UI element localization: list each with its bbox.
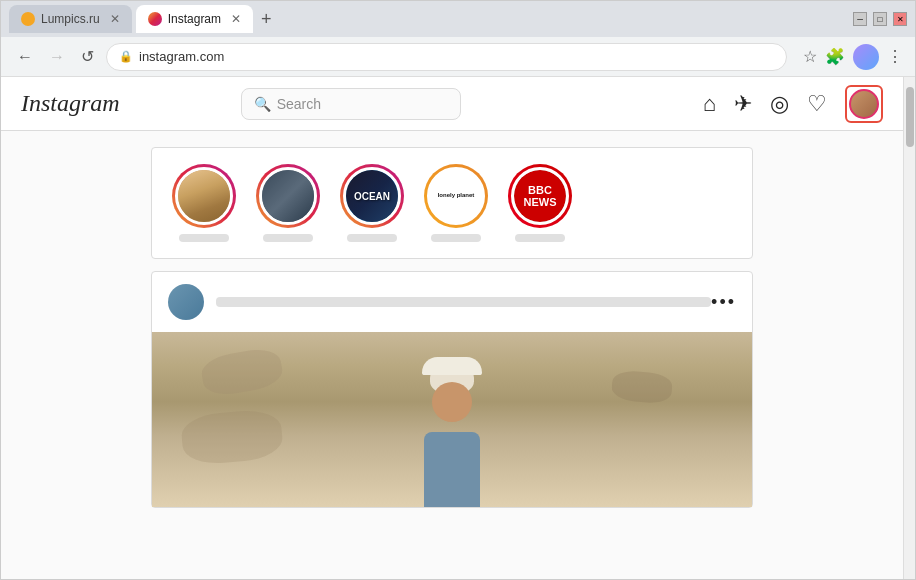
heart-icon[interactable]: ♡ (807, 91, 827, 117)
star-icon[interactable]: ☆ (803, 47, 817, 66)
story-ring-1[interactable] (172, 164, 236, 228)
search-input[interactable]: 🔍 Search (241, 88, 461, 120)
browser-window: Lumpics.ru ✕ Instagram ✕ + ─ □ ✕ ← → ↺ 🔒… (0, 0, 916, 580)
tab-lumpics[interactable]: Lumpics.ru ✕ (9, 5, 132, 33)
story-item-3[interactable]: OCEAN (340, 164, 404, 242)
story-item-1[interactable] (172, 164, 236, 242)
tab-close-instagram[interactable]: ✕ (231, 12, 241, 26)
rock-1 (199, 345, 285, 398)
compass-icon[interactable]: ◎ (770, 91, 789, 117)
head (432, 382, 472, 422)
lock-icon: 🔒 (119, 50, 133, 63)
reload-button[interactable]: ↺ (77, 43, 98, 70)
tab-label-lumpics: Lumpics.ru (41, 12, 100, 26)
search-placeholder: Search (277, 96, 321, 112)
ig-search-container: 🔍 Search (241, 88, 461, 120)
tab-favicon-instagram (148, 12, 162, 26)
story-ring-3[interactable]: OCEAN (340, 164, 404, 228)
url-text: instagram.com (139, 49, 774, 64)
post-header: ••• (152, 272, 752, 332)
story-item-4[interactable]: lonely planet (424, 164, 488, 242)
story-label-5 (515, 234, 565, 242)
story-label-2 (263, 234, 313, 242)
search-icon: 🔍 (254, 96, 271, 112)
bbc-logo: BBCNEWS (514, 170, 566, 222)
ocean-text: OCEAN (354, 191, 390, 202)
send-icon[interactable]: ✈ (734, 91, 752, 117)
rock-2 (611, 369, 673, 404)
url-bar[interactable]: 🔒 instagram.com (106, 43, 787, 71)
ig-nav: Instagram 🔍 Search ⌂ ✈ ◎ ♡ (1, 77, 903, 131)
ig-nav-icons: ⌂ ✈ ◎ ♡ (703, 85, 883, 123)
story-label-4 (431, 234, 481, 242)
body (424, 432, 480, 507)
story-ring-5[interactable]: BBCNEWS (508, 164, 572, 228)
window-controls: ─ □ ✕ (853, 12, 907, 26)
tab-label-instagram: Instagram (168, 12, 221, 26)
maximize-button[interactable]: □ (873, 12, 887, 26)
hat (422, 357, 482, 375)
story-ring-2[interactable] (256, 164, 320, 228)
forward-button[interactable]: → (45, 44, 69, 70)
tab-favicon-lumpics (21, 12, 35, 26)
story-image-5: BBCNEWS (511, 167, 569, 225)
chrome-user-avatar[interactable] (853, 44, 879, 70)
instagram-logo: Instagram (21, 90, 120, 117)
story-label-1 (179, 234, 229, 242)
story-item-2[interactable] (256, 164, 320, 242)
post-more-button[interactable]: ••• (711, 292, 736, 313)
story-image-4: lonely planet (427, 167, 485, 225)
post-username (216, 297, 711, 307)
menu-icon[interactable]: ⋮ (887, 47, 903, 66)
story-image-1 (175, 167, 233, 225)
post-image (152, 332, 752, 507)
close-button[interactable]: ✕ (893, 12, 907, 26)
title-bar: Lumpics.ru ✕ Instagram ✕ + ─ □ ✕ (1, 1, 915, 37)
bbc-text: BBCNEWS (524, 184, 557, 208)
home-icon[interactable]: ⌂ (703, 91, 716, 117)
scrollbar-thumb[interactable] (906, 87, 914, 147)
address-icons: ☆ 🧩 ⋮ (803, 44, 903, 70)
tab-close-lumpics[interactable]: ✕ (110, 12, 120, 26)
story-image-3: OCEAN (343, 167, 401, 225)
back-button[interactable]: ← (13, 44, 37, 70)
tab-instagram[interactable]: Instagram ✕ (136, 5, 253, 33)
story-ring-4[interactable]: lonely planet (424, 164, 488, 228)
new-tab-button[interactable]: + (261, 9, 272, 30)
ig-content: Instagram 🔍 Search ⌂ ✈ ◎ ♡ (1, 77, 903, 579)
post-avatar (168, 284, 204, 320)
scrollbar[interactable] (903, 77, 915, 579)
extension-icon[interactable]: 🧩 (825, 47, 845, 66)
story-item-5[interactable]: BBCNEWS (508, 164, 572, 242)
post-person (412, 357, 492, 507)
profile-avatar[interactable] (849, 89, 879, 119)
story-label-3 (347, 234, 397, 242)
rock-3 (180, 408, 284, 467)
page-content: Instagram 🔍 Search ⌂ ✈ ◎ ♡ (1, 77, 915, 579)
profile-avatar-highlight[interactable] (845, 85, 883, 123)
stories-section: OCEAN lonely planet (151, 147, 753, 259)
minimize-button[interactable]: ─ (853, 12, 867, 26)
ig-post: ••• (151, 271, 753, 508)
story-image-2 (259, 167, 317, 225)
address-bar: ← → ↺ 🔒 instagram.com ☆ 🧩 ⋮ (1, 37, 915, 77)
lonely-planet-text: lonely planet (436, 190, 477, 201)
